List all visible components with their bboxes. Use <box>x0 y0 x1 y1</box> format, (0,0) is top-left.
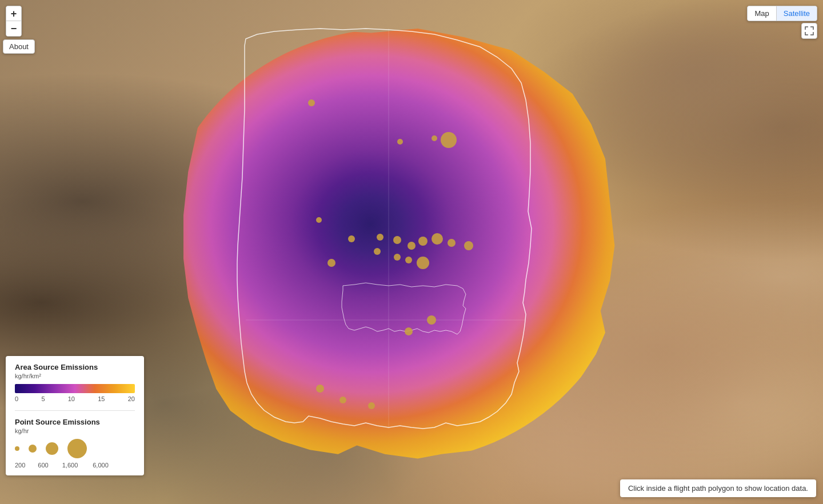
point-source-value-labels: 200 600 1,600 6,000 <box>15 462 135 469</box>
scale-label-5: 5 <box>41 395 45 402</box>
point-circle-6000 <box>67 439 87 458</box>
point-source-dot-22[interactable] <box>368 402 375 409</box>
point-source-dot-20[interactable] <box>316 385 324 393</box>
scale-label-20: 20 <box>128 395 135 402</box>
point-source-dot-7[interactable] <box>393 236 401 244</box>
point-source-dot-17[interactable] <box>327 259 335 267</box>
point-circle-1600 <box>46 442 58 455</box>
point-source-dot-10[interactable] <box>432 233 443 245</box>
point-source-dot-18[interactable] <box>405 327 413 335</box>
point-source-dot-1[interactable] <box>397 139 403 145</box>
point-source-dot-16[interactable] <box>374 248 381 255</box>
point-source-dot-11[interactable] <box>448 239 456 247</box>
point-source-dot-19[interactable] <box>427 315 436 325</box>
point-source-dot-9[interactable] <box>418 237 428 246</box>
point-circle-200 <box>15 446 19 451</box>
point-label-200: 200 <box>15 462 25 469</box>
point-source-dot-3[interactable] <box>441 132 457 148</box>
point-source-dot-4[interactable] <box>316 217 322 223</box>
point-source-subtitle: kg/hr <box>15 427 135 434</box>
point-source-dot-2[interactable] <box>432 135 437 141</box>
map-type-selector[interactable]: Map Satellite <box>747 6 817 21</box>
point-source-circles <box>15 439 135 458</box>
expand-button[interactable] <box>801 23 817 39</box>
point-source-dot-14[interactable] <box>405 257 412 263</box>
point-label-600: 600 <box>38 462 48 469</box>
status-tooltip: Click inside a flight path polygon to sh… <box>620 479 816 497</box>
point-circle-600 <box>29 445 37 453</box>
point-source-dot-13[interactable] <box>394 254 401 261</box>
map-container[interactable]: + − About Map Satellite Area Source Emis… <box>0 0 823 504</box>
zoom-out-button[interactable]: − <box>6 21 21 36</box>
point-source-dot-15[interactable] <box>417 257 429 269</box>
legend-divider <box>15 410 135 411</box>
point-source-dot-8[interactable] <box>407 242 416 250</box>
legend-panel: Area Source Emissions kg/hr/km² 0 5 10 1… <box>6 356 144 475</box>
map-type-satellite-button[interactable]: Satellite <box>777 6 817 21</box>
zoom-controls[interactable]: + − <box>6 6 22 37</box>
point-source-dot-21[interactable] <box>339 397 346 403</box>
area-source-title: Area Source Emissions <box>15 363 135 371</box>
point-label-1600: 1,600 <box>62 462 78 469</box>
point-source-dot-5[interactable] <box>348 235 355 242</box>
map-type-map-button[interactable]: Map <box>748 6 776 21</box>
scale-label-10: 10 <box>68 395 75 402</box>
point-source-title: Point Source Emissions <box>15 418 135 426</box>
about-button[interactable]: About <box>3 39 35 54</box>
emission-heatmap <box>160 29 629 463</box>
color-scale-bar <box>15 384 135 393</box>
scale-label-15: 15 <box>98 395 105 402</box>
point-source-dot-12[interactable] <box>464 241 473 250</box>
scale-label-0: 0 <box>15 395 18 402</box>
point-source-legend: Point Source Emissions kg/hr 200 600 1,6… <box>15 418 135 469</box>
point-source-dot-6[interactable] <box>377 234 383 241</box>
point-label-6000: 6,000 <box>93 462 109 469</box>
color-scale-labels: 0 5 10 15 20 <box>15 395 135 402</box>
point-source-dot-0[interactable] <box>308 99 315 106</box>
area-source-subtitle: kg/hr/km² <box>15 373 135 379</box>
area-source-legend: Area Source Emissions kg/hr/km² 0 5 10 1… <box>15 363 135 402</box>
zoom-in-button[interactable]: + <box>6 6 21 21</box>
